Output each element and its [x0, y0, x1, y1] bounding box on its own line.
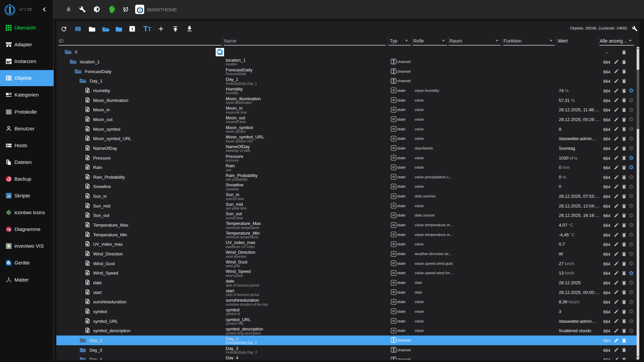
svg-text:JS: JS [7, 194, 11, 198]
